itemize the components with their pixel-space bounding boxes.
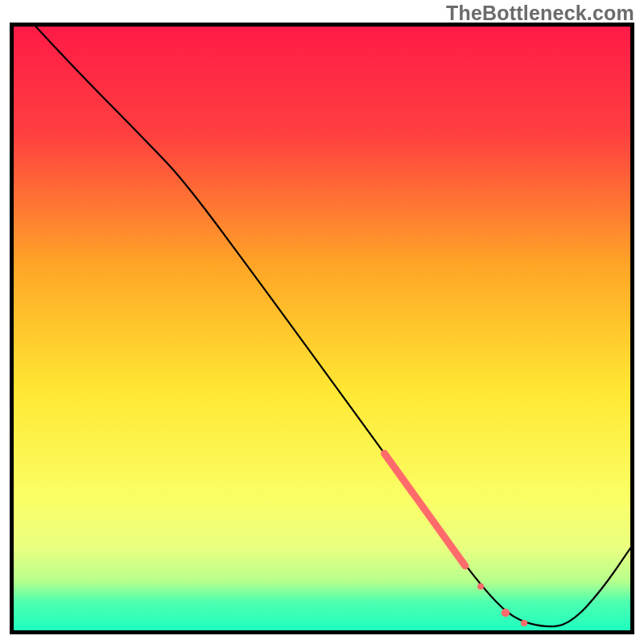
watermark-text: TheBottleneck.com <box>446 2 634 25</box>
svg-rect-1 <box>12 25 633 633</box>
chart-frame <box>0 0 644 644</box>
